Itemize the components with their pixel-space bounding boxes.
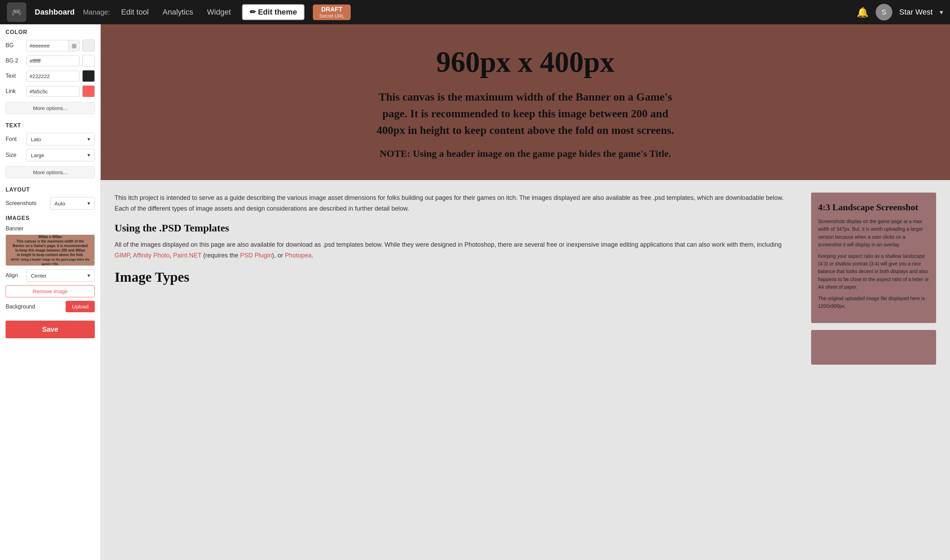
font-value: Lato [31,136,41,142]
text-section-title: TEXT [6,123,95,129]
avatar[interactable]: S [876,4,892,20]
main-content: 960px x 400px This canvas is the maximum… [101,24,950,560]
end-text: ), or [272,252,285,259]
bg-label: BG [6,42,24,49]
text-color-row: Text [6,70,95,82]
nav-right: 🔔 S Star West ▾ [857,4,943,20]
article-sidebar: 4:3 Landscape Screenshot Screenshots dis… [811,192,936,372]
bg-input-wrap[interactable]: ▦ [26,40,80,51]
period: . [312,252,313,259]
top-navigation: 🎮 Dashboard Manage: Edit tool Analytics … [0,0,950,24]
paintnet-link[interactable]: Paint.NET [173,252,201,259]
text-color-label: Text [6,73,24,79]
comma2: , [170,252,173,259]
layout-section-title: LAYOUT [6,187,95,193]
align-label: Align [6,272,24,278]
username-label[interactable]: Star West [899,8,933,17]
text-input-wrap[interactable] [26,71,80,82]
affinity-link[interactable]: Affinity Photo [133,252,170,259]
sidebar: COLOR BG ▦ BG 2 Text [0,24,101,560]
text-color-swatch[interactable] [82,70,95,82]
banner-preview: 960px x 400pxThis canvas is the maximum … [6,235,95,266]
bg-hex-input[interactable] [27,41,68,51]
manage-label: Manage: [83,8,110,16]
screenshot-card-2 [811,330,936,365]
bg2-hex-input[interactable] [27,56,68,66]
notification-bell-icon[interactable]: 🔔 [857,6,869,18]
align-chevron-icon: ▾ [88,272,90,278]
font-chevron-icon: ▾ [88,136,90,142]
link-label: Link [6,88,24,94]
screenshots-row: Screenshots Auto ▾ [6,197,95,209]
article-main: This itch project is intended to serve a… [114,192,799,372]
banner-section: 960px x 400px This canvas is the maximum… [101,24,950,180]
requires-text: (requires the [201,252,240,259]
align-dropdown[interactable]: Center ▾ [26,269,95,282]
font-dropdown[interactable]: Lato ▾ [26,133,95,145]
link-color-row: Link [6,85,95,97]
align-row: Align Center ▾ [6,269,95,282]
text-more-options-button[interactable]: More options... [6,166,95,178]
avatar-letter: S [882,8,886,16]
banner-description: This canvas is the maximum width of the … [376,88,675,138]
background-row: Background Upload [6,301,95,312]
screenshots-chevron-icon: ▾ [88,200,90,206]
color-more-options-button[interactable]: More options... [6,102,95,114]
dashboard-nav-item[interactable]: Dashboard [35,8,75,17]
banner-label: Banner [6,226,24,232]
secret-url-label: Secret URL [319,13,344,19]
remove-image-button[interactable]: Remove image [6,285,95,297]
screenshots-dropdown[interactable]: Auto ▾ [50,197,95,209]
size-value: Large [31,152,44,158]
bg2-label: BG 2 [6,58,24,64]
banner-inner: 960px x 400pxThis canvas is the maximum … [6,235,94,265]
banner-note: NOTE: Using a header image on the game p… [379,148,671,159]
edit-tool-nav-item[interactable]: Edit tool [119,6,152,18]
banner-title: 960px x 400px [436,45,614,79]
save-button[interactable]: Save [6,321,95,338]
upload-button[interactable]: Upload [66,301,95,312]
screenshot-card-text2: Keeping your aspect ratio as a shallow l… [818,252,929,291]
section2-title: Image Types [114,269,799,285]
intro-text: This itch project is intended to serve a… [114,192,799,214]
font-row: Font Lato ▾ [6,133,95,145]
chevron-down-icon[interactable]: ▾ [939,8,943,16]
psd-plugin-link[interactable]: PSD Plugin [240,252,272,259]
bg2-input-wrap[interactable] [26,55,80,66]
screenshot-card-title: 4:3 Landscape Screenshot [818,202,929,213]
size-chevron-icon: ▾ [88,152,90,158]
screenshots-value: Auto [54,200,65,206]
bg2-color-swatch[interactable] [82,55,95,67]
screenshots-label: Screenshots [6,200,47,206]
screenshot-card-text1: Screenshots display on the game page at … [818,217,929,249]
bg-color-row: BG ▦ [6,40,95,51]
article-section: This itch project is intended to serve a… [101,180,950,384]
background-label: Background [6,304,63,310]
section1-text: All of the images displayed on this page… [114,239,799,261]
link-hex-input[interactable] [27,86,68,97]
comma1: , [130,252,133,259]
color-section-title: COLOR [6,29,95,35]
draft-badge: DRAFT Secret URL [313,5,350,20]
bg2-color-row: BG 2 [6,55,95,67]
screenshot-card: 4:3 Landscape Screenshot Screenshots dis… [811,192,936,323]
link-input-wrap[interactable] [26,86,80,97]
section1-text-body: All of the images displayed on this page… [114,241,782,248]
bg-color-swatch[interactable] [82,40,95,51]
gimp-link[interactable]: GIMP [114,252,130,259]
widget-nav-item[interactable]: Widget [204,6,233,18]
link-color-swatch[interactable] [82,85,95,97]
size-label: Size [6,152,24,158]
edit-theme-button[interactable]: ✏ Edit theme [242,4,305,20]
font-label: Font [6,136,24,142]
size-dropdown[interactable]: Large ▾ [26,149,95,162]
banner-preview-text: 960px x 400pxThis canvas is the maximum … [6,235,94,266]
images-section-title: IMAGES [6,215,95,222]
app-logo[interactable]: 🎮 [7,2,26,22]
analytics-nav-item[interactable]: Analytics [160,6,196,18]
color-grid-icon[interactable]: ▦ [68,40,80,51]
main-layout: COLOR BG ▦ BG 2 Text [0,24,950,560]
text-hex-input[interactable] [27,71,68,81]
screenshot-card-text3: The original uploaded image file display… [818,295,929,310]
photopea-link[interactable]: Photopea [285,252,312,259]
